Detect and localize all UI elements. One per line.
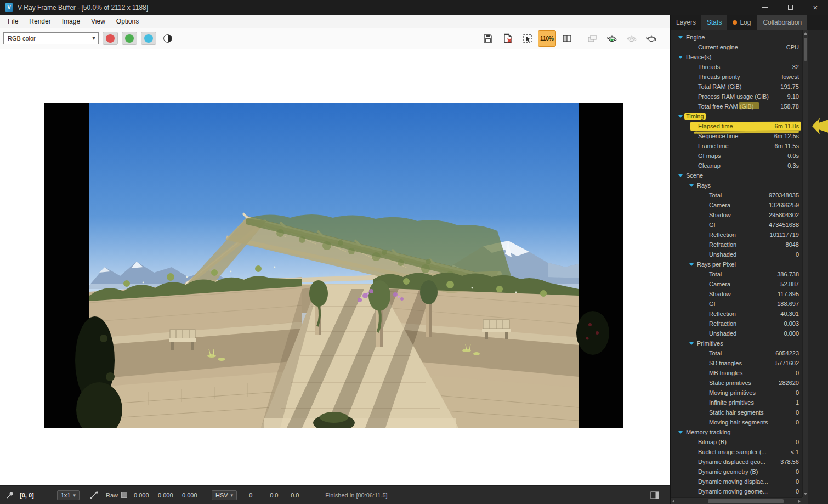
stats-row-rays-per-pixel[interactable]: Rays per Pixel (671, 259, 802, 269)
tab-log[interactable]: Log (727, 15, 756, 30)
title-bar[interactable]: V V-Ray Frame Buffer - [50.0% of 2112 x … (0, 0, 828, 15)
menu-image[interactable]: Image (56, 15, 86, 28)
menu-render[interactable]: Render (24, 15, 56, 28)
scroll-left-icon[interactable] (672, 500, 674, 503)
red-channel-button[interactable] (103, 32, 118, 45)
tab-stats[interactable]: Stats (701, 15, 727, 30)
stats-row-process-ram-usage-gib[interactable]: Process RAM usage (GiB)9.10 (671, 92, 802, 101)
stats-row-timing[interactable]: Timing (671, 111, 802, 121)
stats-row-sd-triangles[interactable]: SD triangles5771602 (671, 358, 802, 368)
stats-row-scene[interactable]: Scene (671, 171, 802, 180)
ui-scale-110-button[interactable]: 110% (538, 30, 556, 47)
scroll-down-icon[interactable] (803, 491, 808, 497)
stats-row-dynamic-geometry-b[interactable]: Dynamic geometry (B)0 (671, 467, 802, 477)
expander-icon[interactable] (678, 431, 683, 434)
vertical-scrollbar-thumb[interactable] (804, 38, 807, 61)
stats-row-total[interactable]: Total6054223 (671, 348, 802, 358)
stats-row-rays[interactable]: Rays (671, 180, 802, 190)
expander-icon[interactable] (689, 342, 694, 345)
tab-layers[interactable]: Layers (671, 15, 701, 30)
color-space-select[interactable]: HSV▾ (212, 490, 237, 500)
stats-row-refraction[interactable]: Refraction8048 (671, 240, 802, 250)
stats-row-threads[interactable]: Threads32 (671, 62, 802, 72)
stats-row-infinite-primitives[interactable]: Infinite primitives1 (671, 398, 802, 407)
stats-row-total-ram-gib[interactable]: Total RAM (GiB)191.75 (671, 82, 802, 92)
horizontal-scrollbar-thumb[interactable] (708, 499, 784, 503)
pin-icon[interactable] (5, 491, 14, 500)
stat-label: GI (709, 301, 716, 307)
stats-row-shadow[interactable]: Shadow117.895 (671, 289, 802, 299)
render-canvas[interactable] (0, 49, 670, 485)
stat-value: 0 (796, 468, 799, 475)
panel-toggle-icon[interactable] (650, 491, 659, 499)
expander-icon[interactable] (678, 174, 683, 177)
green-channel-button[interactable] (122, 32, 137, 45)
region-render-button[interactable] (518, 30, 536, 47)
stats-row-current-engine[interactable]: Current engineCPU (671, 42, 802, 52)
menu-options[interactable]: Options (111, 15, 144, 28)
stat-label: Memory tracking (686, 429, 730, 435)
menu-view[interactable]: View (86, 15, 111, 28)
expander-icon[interactable] (678, 36, 683, 39)
minimize-button[interactable] (752, 0, 778, 15)
stats-row-reflection[interactable]: Reflection101117719 (671, 230, 802, 240)
window-title: V-Ray Frame Buffer - [50.0% of 2112 x 11… (18, 4, 148, 12)
expander-icon[interactable] (678, 56, 683, 59)
raw-toggle[interactable] (121, 492, 127, 498)
render-last-button[interactable] (603, 30, 621, 47)
stats-row-gi-maps[interactable]: GI maps0.0s (671, 151, 802, 161)
stats-row-threads-priority[interactable]: Threads prioritylowest (671, 72, 802, 82)
stats-row-static-primitives[interactable]: Static primitives282620 (671, 378, 802, 388)
stats-row-reflection[interactable]: Reflection40.301 (671, 309, 802, 319)
resume-render-button[interactable] (622, 30, 640, 47)
stats-row-dynamic-moving-displac[interactable]: Dynamic moving displac...0 (671, 477, 802, 486)
stats-row-memory-tracking[interactable]: Memory tracking (671, 427, 802, 437)
stats-row-engine[interactable]: Engine (671, 32, 802, 42)
stats-row-bucket-image-sampler[interactable]: Bucket image sampler (...< 1 (671, 447, 802, 457)
maximize-button[interactable] (778, 0, 803, 15)
stats-row-refraction[interactable]: Refraction0.003 (671, 319, 802, 329)
tab-collaboration[interactable]: Collaboration (757, 15, 807, 30)
stats-row-dynamic-moving-geome[interactable]: Dynamic moving geome...0 (671, 486, 802, 496)
scroll-up-icon[interactable] (803, 30, 808, 37)
alpha-channel-button[interactable] (160, 32, 175, 45)
stats-row-device-s[interactable]: Device(s) (671, 52, 802, 62)
save-button[interactable] (479, 30, 497, 47)
render-button[interactable] (642, 30, 660, 47)
blue-channel-button[interactable] (141, 32, 156, 45)
stats-row-gi[interactable]: GI188.697 (671, 299, 802, 309)
stats-row-static-hair-segments[interactable]: Static hair segments0 (671, 407, 802, 417)
stats-row-shadow[interactable]: Shadow295804302 (671, 210, 802, 220)
stats-row-total[interactable]: Total970348035 (671, 190, 802, 200)
clear-image-button[interactable] (498, 30, 517, 47)
stats-row-camera[interactable]: Camera52.887 (671, 279, 802, 289)
pixel-ratio-select[interactable]: 1x1▾ (57, 490, 80, 500)
channel-select[interactable]: RGB color ▾ (3, 32, 99, 44)
menu-file[interactable]: File (2, 15, 24, 28)
stats-row-unshaded[interactable]: Unshaded0.000 (671, 329, 802, 338)
compare-images-button[interactable] (558, 30, 576, 47)
stats-row-camera[interactable]: Camera132696259 (671, 200, 802, 210)
stats-row-elapsed-time[interactable]: Elapsed time6m 11.8s (671, 121, 802, 131)
stats-row-mb-triangles[interactable]: MB triangles0 (671, 368, 802, 378)
scroll-right-icon[interactable] (798, 500, 801, 503)
color-curve-icon[interactable] (89, 491, 98, 500)
close-button[interactable]: × (803, 0, 828, 15)
stats-row-moving-hair-segments[interactable]: Moving hair segments0 (671, 417, 802, 427)
layers-stack-button[interactable] (583, 30, 601, 47)
expander-icon[interactable] (689, 184, 694, 187)
stats-row-bitmap-b[interactable]: Bitmap (B)0 (671, 437, 802, 447)
vertical-scrollbar[interactable] (802, 30, 808, 497)
stats-row-primitives[interactable]: Primitives (671, 338, 802, 348)
stats-row-total[interactable]: Total386.738 (671, 269, 802, 279)
stats-row-unshaded[interactable]: Unshaded0 (671, 250, 802, 259)
stats-row-moving-primitives[interactable]: Moving primitives0 (671, 388, 802, 398)
expander-icon[interactable] (689, 263, 694, 266)
stats-row-gi[interactable]: GI473451638 (671, 220, 802, 230)
stats-row-frame-time[interactable]: Frame time6m 11.5s (671, 141, 802, 151)
stats-row-dynamic-displaced-geo[interactable]: Dynamic displaced geo...378.56 (671, 457, 802, 467)
stats-row-cleanup[interactable]: Cleanup0.3s (671, 161, 802, 171)
stats-row-total-free-ram-gib[interactable]: Total free RAM (GiB)158.78 (671, 101, 802, 111)
expander-icon[interactable] (678, 115, 683, 118)
horizontal-scrollbar[interactable] (671, 497, 802, 504)
